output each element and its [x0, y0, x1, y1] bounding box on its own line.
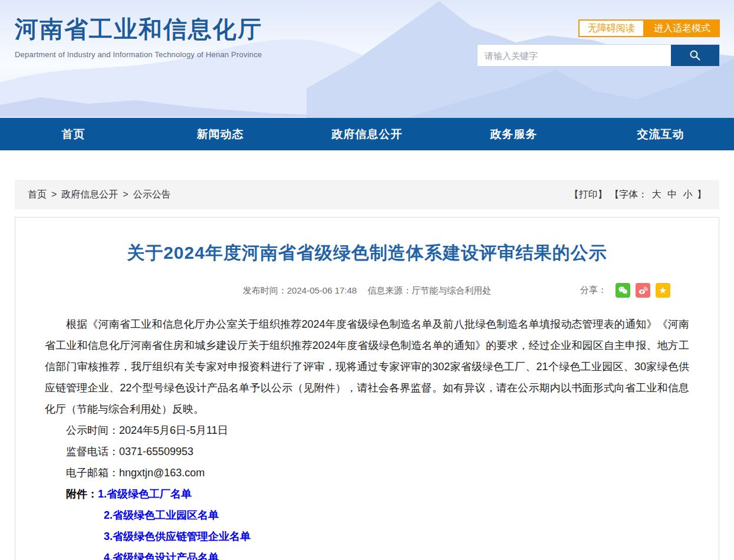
breadcrumb-separator: >: [123, 189, 128, 199]
print-button[interactable]: 【打印】: [570, 189, 607, 199]
breadcrumb-announcements[interactable]: 公示公告: [133, 189, 171, 199]
share-label: 分享：: [580, 285, 607, 296]
source-label: 信息来源：: [367, 285, 412, 295]
source-value: 厅节能与综合利用处: [412, 285, 491, 295]
article-title: 关于2024年度河南省省级绿色制造体系建设评审结果的公示: [45, 241, 689, 265]
search-icon: [689, 49, 702, 62]
supervision-phone-line: 监督电话：0371-65509953: [45, 441, 689, 462]
wechat-icon: [617, 285, 628, 296]
article-body: 根据《河南省工业和信息化厅办公室关于组织推荐2024年度省级绿色制造名单及前八批…: [45, 314, 689, 560]
nav-item-gov-info[interactable]: 政府信息公开: [294, 118, 440, 150]
breadcrumb-gov-info[interactable]: 政府信息公开: [61, 189, 118, 199]
weibo-icon: [637, 285, 649, 296]
qzone-share-button[interactable]: ★: [656, 283, 670, 298]
breadcrumb-separator: >: [51, 189, 57, 199]
site-subtitle: Department of Industry and Information T…: [15, 50, 262, 59]
weibo-share-button[interactable]: [636, 283, 650, 298]
breadcrumb-bar: 首页>政府信息公开>公示公告 【打印】 【字体： 大 中 小 】: [15, 180, 719, 209]
elder-mode-button[interactable]: 进入适老模式: [644, 19, 720, 37]
search-bar: [477, 44, 720, 67]
font-size-large[interactable]: 大: [652, 189, 661, 199]
attachment-line: 3.省级绿色供应链管理企业名单: [104, 526, 689, 547]
attachment-label: 附件：: [66, 488, 98, 500]
page-tools: 【打印】 【字体： 大 中 小 】: [570, 189, 706, 201]
breadcrumb-home[interactable]: 首页: [28, 189, 47, 199]
brand-block: 河南省工业和信息化厅 Department of Industry and In…: [15, 13, 262, 59]
site-title: 河南省工业和信息化厅: [15, 13, 262, 45]
breadcrumb: 首页>政府信息公开>公示公告: [28, 189, 171, 201]
nav-item-services[interactable]: 政务服务: [440, 118, 587, 150]
attachment-link-green-parks[interactable]: 2.省级绿色工业园区名单: [104, 509, 219, 521]
font-size-label: 【字体：: [610, 189, 647, 199]
attachment-line: 附件：1.省级绿色工厂名单: [45, 483, 689, 505]
search-button[interactable]: [671, 45, 719, 66]
article-paragraph: 根据《河南省工业和信息化厅办公室关于组织推荐2024年度省级绿色制造名单及前八批…: [45, 314, 689, 420]
search-input[interactable]: [478, 45, 671, 66]
nav-item-home[interactable]: 首页: [0, 118, 147, 150]
attachment-line: 4.省级绿色设计产品名单: [104, 547, 689, 560]
attachment-line: 2.省级绿色工业园区名单: [104, 505, 689, 526]
nav-item-interaction[interactable]: 交流互动: [587, 118, 734, 150]
wechat-share-button[interactable]: [615, 283, 630, 298]
font-size-label-close: 】: [697, 189, 706, 199]
publicity-period-line: 公示时间：2024年5月6日-5月11日: [45, 420, 689, 441]
attachment-link-green-supply-chain[interactable]: 3.省级绿色供应链管理企业名单: [104, 531, 251, 542]
publish-time-value: 2024-05-06 17:48: [287, 285, 357, 295]
email-line: 电子邮箱：hngxtjn@163.com: [45, 462, 689, 483]
star-icon: ★: [659, 286, 667, 295]
main-nav: 首页 新闻动态 政府信息公开 政务服务 交流互动: [0, 118, 734, 150]
share-box: 分享：: [580, 283, 670, 298]
site-banner: 河南省工业和信息化厅 Department of Industry and In…: [0, 0, 734, 118]
font-size-small[interactable]: 小: [683, 189, 693, 199]
article-meta-row: 发布时间：2024-05-06 17:48信息来源：厅节能与综合利用处 分享：: [45, 283, 689, 298]
article-card: 关于2024年度河南省省级绿色制造体系建设评审结果的公示 发布时间：2024-0…: [15, 217, 719, 560]
attachment-link-green-design-products[interactable]: 4.省级绿色设计产品名单: [104, 552, 219, 560]
font-size-medium[interactable]: 中: [667, 189, 677, 199]
accessibility-reading-button[interactable]: 无障碍阅读: [578, 19, 644, 37]
publish-time-label: 发布时间：: [243, 285, 287, 295]
attachment-link-green-factories[interactable]: 1.省级绿色工厂名单: [98, 488, 192, 500]
nav-item-news[interactable]: 新闻动态: [147, 118, 294, 150]
